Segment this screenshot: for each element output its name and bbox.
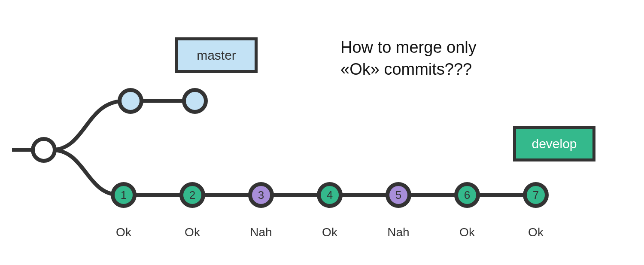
commit-number: 3 [258,189,264,202]
connection-lines [0,0,644,265]
commit-number: 2 [189,189,195,202]
commit-number: 1 [121,189,127,202]
develop-commit-node-1: 1 [111,182,137,208]
commit-number: 4 [327,189,333,202]
develop-commit-node-7: 7 [523,182,549,208]
root-commit-node [31,137,57,163]
develop-commit-node-3: 3 [248,182,274,208]
develop-commit-node-5: 5 [386,182,411,208]
develop-commit-node-6: 6 [454,182,480,208]
master-commit-node [118,88,143,114]
develop-commit-node-2: 2 [179,182,205,208]
master-commit-node [182,88,208,114]
develop-commit-node-4: 4 [317,182,343,208]
diagram-canvas: master develop 1 2 3 4 5 6 7 Ok Ok Nah O… [0,0,644,265]
commit-number: 5 [395,189,401,202]
commit-number: 7 [533,189,539,202]
commit-number: 6 [464,189,470,202]
